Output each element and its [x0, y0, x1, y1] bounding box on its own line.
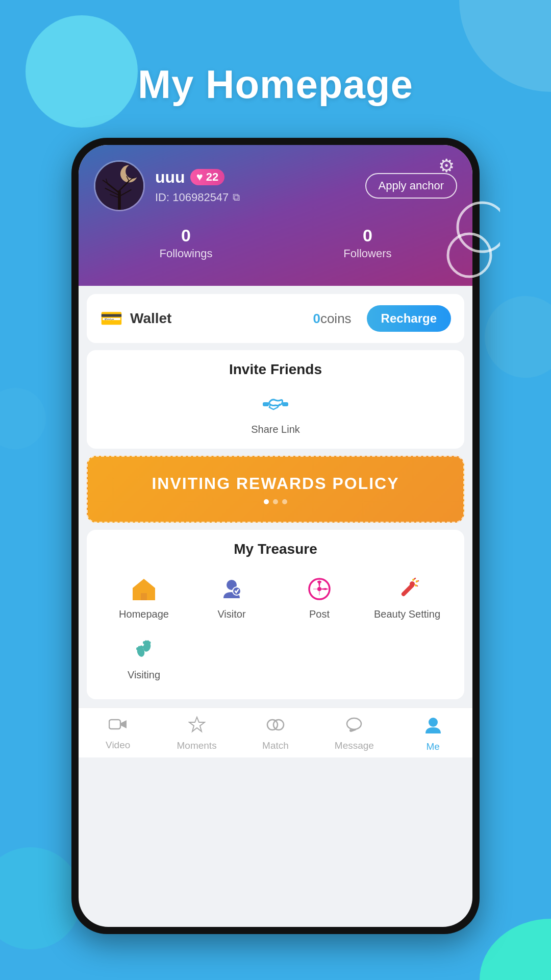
followers-stat[interactable]: 0 Followers — [343, 226, 391, 260]
followings-count: 0 — [159, 226, 212, 246]
video-nav-icon — [109, 716, 127, 738]
bg-bubble-mr — [485, 296, 551, 378]
visiting-icon — [129, 634, 159, 665]
svg-marker-37 — [189, 717, 205, 731]
followers-label: Followers — [343, 247, 391, 260]
treasure-item-beauty[interactable]: Beauty Setting — [363, 567, 451, 627]
moments-nav-icon — [188, 716, 206, 738]
homepage-icon — [129, 574, 159, 604]
coins-unit: coins — [320, 311, 352, 326]
profile-header: ⚙ — [79, 145, 472, 286]
nav-match[interactable]: Match — [236, 716, 315, 752]
post-label: Post — [309, 608, 330, 620]
username-row: uuu ♥ 22 — [155, 168, 355, 187]
phone-frame: ⚙ — [71, 138, 480, 934]
copy-icon[interactable]: ⧉ — [233, 191, 240, 203]
moments-nav-label: Moments — [177, 740, 217, 751]
treasure-grid: Homepage Visitor — [100, 567, 451, 688]
svg-point-22 — [410, 581, 415, 586]
followings-label: Followings — [159, 247, 212, 260]
svg-point-2 — [126, 164, 140, 179]
nav-video[interactable]: Video — [79, 716, 157, 752]
invite-title: Invite Friends — [100, 361, 451, 378]
beauty-label: Beauty Setting — [374, 608, 440, 620]
followings-stat[interactable]: 0 Followings — [159, 226, 212, 260]
svg-point-38 — [267, 720, 278, 730]
bg-bubble-bl — [0, 847, 82, 949]
homepage-label: Homepage — [119, 608, 169, 620]
page-title: My Homepage — [0, 61, 551, 108]
wallet-label: Wallet — [130, 310, 306, 327]
username: uuu — [155, 168, 185, 187]
svg-point-40 — [347, 718, 361, 729]
svg-point-42 — [458, 203, 500, 252]
settings-icon[interactable]: ⚙ — [438, 155, 460, 177]
wallet-icon: 💳 — [100, 308, 123, 329]
share-link-label: Share Link — [251, 424, 300, 435]
svg-rect-3 — [118, 190, 121, 210]
treasure-item-visitor[interactable]: Visitor — [188, 567, 276, 627]
svg-point-23 — [412, 579, 414, 581]
bg-bubble-br — [480, 919, 551, 980]
nav-message[interactable]: Message — [315, 716, 393, 752]
dot-3 — [282, 499, 287, 504]
avatar[interactable] — [94, 160, 145, 211]
treasure-item-post[interactable]: Post — [276, 567, 363, 627]
me-nav-icon — [424, 716, 442, 739]
recharge-button[interactable]: Recharge — [367, 305, 451, 332]
invite-card: Invite Friends Share Link — [87, 350, 464, 449]
video-nav-label: Video — [106, 740, 130, 751]
treasure-card: My Treasure Homepage — [87, 530, 464, 699]
rewards-text: INVITING REWARDS POLICY — [103, 474, 448, 493]
svg-rect-13 — [263, 402, 269, 406]
svg-point-31 — [142, 646, 145, 649]
svg-rect-36 — [109, 720, 120, 729]
visitor-icon — [216, 574, 247, 604]
coins-number: 0 — [313, 311, 320, 326]
stats-row: 0 Followings 0 Followers — [94, 226, 457, 260]
profile-info-row: uuu ♥ 22 ID: 106982547 ⧉ Apply anchor — [94, 160, 457, 211]
me-nav-label: Me — [427, 741, 440, 752]
nav-moments[interactable]: Moments — [157, 716, 236, 752]
message-nav-label: Message — [335, 740, 374, 751]
username-area: uuu ♥ 22 ID: 106982547 ⧉ — [155, 168, 355, 204]
svg-point-35 — [148, 642, 151, 644]
post-icon — [304, 574, 335, 604]
treasure-item-homepage[interactable]: Homepage — [100, 567, 188, 627]
match-nav-label: Match — [262, 740, 289, 751]
share-link-item[interactable]: Share Link — [100, 387, 451, 435]
treasure-item-visiting[interactable]: Visiting — [100, 627, 188, 688]
svg-point-41 — [429, 718, 438, 727]
treasure-title: My Treasure — [100, 541, 451, 557]
level-badge: ♥ 22 — [190, 169, 225, 185]
followers-count: 0 — [343, 226, 391, 246]
banner-dots — [103, 499, 448, 504]
visitor-label: Visitor — [217, 608, 245, 620]
ring-decoration — [444, 199, 500, 281]
svg-rect-20 — [317, 581, 321, 583]
wallet-card: 💳 Wallet 0coins Recharge — [87, 294, 464, 343]
dot-1 — [264, 499, 269, 504]
user-id-text: ID: 106982547 — [155, 191, 229, 204]
message-nav-icon — [345, 716, 363, 738]
rewards-banner[interactable]: INVITING REWARDS POLICY — [87, 456, 464, 523]
svg-point-25 — [415, 584, 417, 586]
apply-anchor-button[interactable]: Apply anchor — [365, 173, 457, 199]
bottom-nav: Video Moments Match — [79, 707, 472, 757]
bg-bubble-ml — [0, 388, 46, 449]
nav-me[interactable]: Me — [394, 716, 472, 752]
svg-rect-14 — [282, 402, 288, 406]
match-nav-icon — [266, 716, 285, 738]
share-link-icon — [259, 387, 292, 420]
beauty-icon — [392, 574, 422, 604]
visiting-label: Visiting — [128, 669, 160, 681]
svg-point-24 — [416, 580, 418, 582]
dot-2 — [273, 499, 278, 504]
svg-rect-15 — [141, 593, 147, 600]
phone-screen: ⚙ — [79, 145, 472, 927]
coins-amount: 0coins — [313, 311, 351, 327]
avatar-image — [95, 162, 143, 210]
content-area: 💳 Wallet 0coins Recharge Invite Friends — [79, 286, 472, 707]
svg-point-39 — [273, 720, 284, 730]
svg-point-43 — [448, 234, 491, 277]
